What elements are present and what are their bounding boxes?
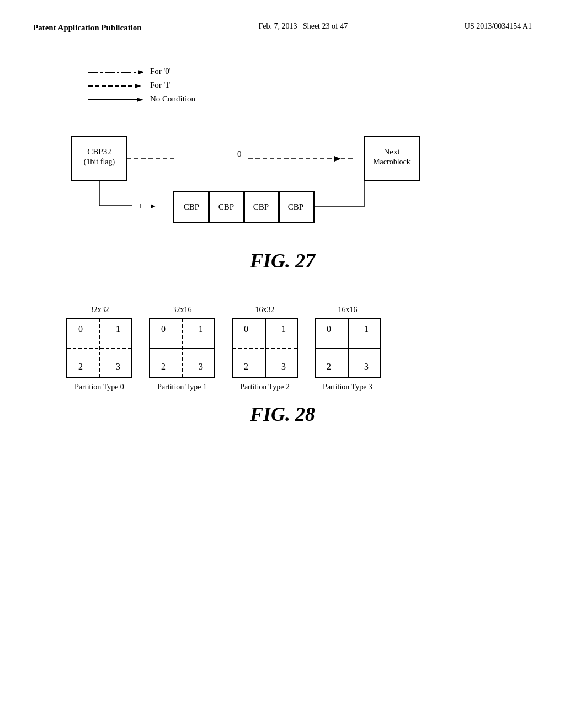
cell-2-1: 1 <box>281 324 286 334</box>
partition-type-3: 16x16 0 1 2 3 Partition Type 3 <box>315 306 381 392</box>
fig27-svg: CBP32 (1bit flag) 0 Next Macroblock –1––… <box>66 126 480 236</box>
cell-1-3: 3 <box>199 362 203 372</box>
line-for-1 <box>88 83 143 88</box>
pub-date: Feb. 7, 2013 <box>258 22 297 30</box>
header-center: Feb. 7, 2013 Sheet 23 of 47 <box>258 22 348 31</box>
cell-0-2: 2 <box>78 362 83 372</box>
partition-grid-2: 0 1 2 3 <box>232 318 298 378</box>
cell-0-3: 3 <box>116 362 120 372</box>
cell-2-2: 2 <box>244 362 248 372</box>
size-label-3: 16x16 <box>338 306 358 314</box>
solid-line-svg <box>88 97 143 102</box>
fig28-title: FIG. 28 <box>33 403 532 426</box>
page: Patent Application Publication Feb. 7, 2… <box>0 0 565 728</box>
type-label-3: Partition Type 3 <box>323 383 372 392</box>
svg-marker-6 <box>138 70 143 74</box>
type-label-2: Partition Type 2 <box>240 383 290 392</box>
legend-item-no-cond: No Condition <box>88 94 532 104</box>
cell-2-0: 0 <box>244 324 248 334</box>
svg-text:Next: Next <box>383 147 400 156</box>
svg-text:(1bit flag): (1bit flag) <box>84 158 115 167</box>
cell-1-0: 0 <box>161 324 166 334</box>
size-label-1: 32x16 <box>173 306 192 314</box>
h-divider-0 <box>67 348 131 349</box>
cell-3-2: 2 <box>327 362 331 372</box>
legend-section: For '0' For '1' <box>88 67 532 104</box>
line-for-0 <box>88 71 143 72</box>
svg-text:Macroblock: Macroblock <box>373 158 411 166</box>
partition-type-2: 16x32 0 1 2 3 Partition Type 2 <box>232 306 298 392</box>
h-divider-1 <box>150 348 214 349</box>
svg-text:CBP: CBP <box>218 202 234 211</box>
cell-1-1: 1 <box>199 324 203 334</box>
svg-marker-23 <box>334 156 341 162</box>
partition-grid-3: 0 1 2 3 <box>315 318 381 378</box>
svg-text:CBP32: CBP32 <box>87 147 111 156</box>
page-header: Patent Application Publication Feb. 7, 2… <box>33 22 532 34</box>
svg-text:0: 0 <box>237 149 242 158</box>
publication-label: Patent Application Publication <box>33 22 142 34</box>
type-label-0: Partition Type 0 <box>74 383 124 392</box>
size-label-0: 32x32 <box>90 306 109 314</box>
cell-3-1: 1 <box>364 324 369 334</box>
legend-label-0: For '0' <box>150 67 171 76</box>
cell-0-1: 1 <box>116 324 120 334</box>
cell-2-3: 3 <box>281 362 286 372</box>
partition-type-0: 32x32 0 1 2 3 Partition Type 0 <box>66 306 132 392</box>
cell-3-0: 0 <box>327 324 331 334</box>
cell-0-0: 0 <box>78 324 83 334</box>
legend-item-0: For '0' <box>88 67 532 76</box>
svg-marker-16 <box>137 98 143 102</box>
svg-text:CBP: CBP <box>288 202 303 211</box>
sheet-info: Sheet 23 of 47 <box>303 22 348 30</box>
legend-label-no-cond: No Condition <box>150 94 195 104</box>
partition-grid-0: 0 1 2 3 <box>66 318 132 378</box>
cell-1-2: 2 <box>161 362 166 372</box>
line-no-cond <box>88 97 143 102</box>
h-divider-2 <box>233 348 297 349</box>
partition-type-1: 32x16 0 1 2 3 Partition Type 1 <box>149 306 215 392</box>
size-label-2: 16x32 <box>255 306 275 314</box>
fig27-container: CBP32 (1bit flag) 0 Next Macroblock –1––… <box>66 126 532 238</box>
fig27-title: FIG. 27 <box>33 249 532 272</box>
dashed-line-svg <box>88 83 143 88</box>
svg-marker-14 <box>135 84 141 88</box>
legend-label-1: For '1' <box>150 81 171 90</box>
legend-item-1: For '1' <box>88 81 532 90</box>
type-label-1: Partition Type 1 <box>157 383 207 392</box>
h-divider-3 <box>316 348 380 349</box>
svg-text:CBP: CBP <box>253 202 269 211</box>
patent-number: US 2013/0034154 A1 <box>465 22 532 31</box>
cell-3-3: 3 <box>364 362 369 372</box>
svg-text:–1––►: –1––► <box>135 202 157 210</box>
fig28-section: 32x32 0 1 2 3 Partition Type 0 32x16 <box>33 306 532 392</box>
dash-dot-line-svg <box>88 69 143 74</box>
partition-types-row: 32x32 0 1 2 3 Partition Type 0 32x16 <box>66 306 532 392</box>
partition-grid-1: 0 1 2 3 <box>149 318 215 378</box>
svg-text:CBP: CBP <box>184 202 199 211</box>
